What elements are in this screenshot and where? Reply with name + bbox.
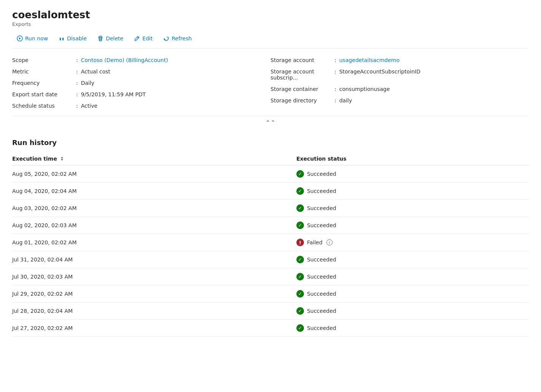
detail-colon: : [73, 68, 81, 75]
execution-status-cell: !Failedi [296, 234, 529, 251]
refresh-icon [163, 35, 169, 41]
execution-time-cell: Aug 03, 2020, 02:02 AM [12, 200, 296, 217]
disable-button[interactable]: Disable [54, 33, 91, 44]
status-success-icon: ✓ [296, 256, 304, 263]
detail-value: Active [81, 102, 270, 110]
status-success-icon: ✓ [296, 204, 304, 212]
svg-rect-3 [62, 38, 64, 40]
status-text: Succeeded [307, 171, 336, 177]
run-now-button[interactable]: Run now [12, 33, 53, 44]
run-history-table: Execution time Execution status Aug 05, … [12, 153, 529, 337]
refresh-label: Refresh [172, 35, 192, 41]
execution-time-cell: Aug 01, 2020, 02:02 AM [12, 234, 296, 251]
detail-label: Storage account [270, 56, 331, 64]
execution-time-cell: Jul 28, 2020, 02:04 AM [12, 303, 296, 320]
toolbar: Run now Disable Delete [12, 33, 529, 49]
detail-value: consumptionusage [339, 85, 529, 93]
execution-status-cell: ✓Succeeded [296, 183, 529, 200]
status-text: Succeeded [307, 274, 336, 280]
status-success-icon: ✓ [296, 273, 304, 280]
status-text: Succeeded [307, 257, 336, 263]
detail-colon: : [331, 85, 339, 93]
table-row: Jul 27, 2020, 02:02 AM✓Succeeded [12, 320, 529, 337]
sort-icon [59, 156, 65, 161]
execution-time-cell: Jul 29, 2020, 02:02 AM [12, 285, 296, 303]
refresh-button[interactable]: Refresh [159, 33, 196, 44]
delete-label: Delete [106, 35, 123, 41]
details-section: Scope:Contoso (Demo) (BillingAccount)Met… [12, 56, 529, 110]
status-success-icon: ✓ [296, 170, 304, 178]
run-history-section: Run history Execution time [12, 139, 529, 337]
status-success-icon: ✓ [296, 187, 304, 195]
delete-icon [97, 35, 103, 41]
status-failed-icon: ! [296, 239, 304, 246]
details-right: Storage account:usagedetailsacmdemoStora… [270, 56, 529, 110]
detail-label: Metric [12, 68, 73, 75]
execution-status-cell: ✓Succeeded [296, 251, 529, 268]
col-execution-time[interactable]: Execution time [12, 153, 296, 165]
run-history-title: Run history [12, 139, 529, 147]
table-row: Aug 01, 2020, 02:02 AM!Failedi [12, 234, 529, 251]
edit-icon [134, 35, 140, 41]
execution-status-cell: ✓Succeeded [296, 285, 529, 303]
status-text: Succeeded [307, 205, 336, 211]
status-text: Failed [307, 239, 323, 245]
run-now-label: Run now [25, 35, 48, 41]
execution-time-cell: Aug 04, 2020, 02:04 AM [12, 183, 296, 200]
execution-time-cell: Aug 05, 2020, 02:02 AM [12, 165, 296, 183]
detail-label: Storage container [270, 85, 331, 93]
svg-rect-6 [100, 38, 101, 40]
detail-label: Export start date [12, 91, 73, 98]
page-title: coeslalomtest [12, 9, 529, 21]
breadcrumb: Exports [12, 21, 529, 27]
details-left: Scope:Contoso (Demo) (BillingAccount)Met… [12, 56, 270, 110]
execution-time-cell: Jul 30, 2020, 02:03 AM [12, 268, 296, 285]
detail-label: Scope [12, 56, 73, 64]
detail-colon: : [331, 56, 339, 64]
detail-colon: : [331, 68, 339, 81]
execution-status-cell: ✓Succeeded [296, 217, 529, 234]
collapse-icon: ⌃⌃ [266, 119, 276, 126]
execution-status-cell: ✓Succeeded [296, 320, 529, 337]
run-now-icon [17, 35, 23, 41]
table-row: Aug 02, 2020, 02:03 AM✓Succeeded [12, 217, 529, 234]
detail-value[interactable]: usagedetailsacmdemo [339, 56, 529, 64]
detail-colon: : [73, 79, 81, 87]
table-row: Jul 31, 2020, 02:04 AM✓Succeeded [12, 251, 529, 268]
svg-rect-2 [60, 38, 61, 40]
table-row: Aug 03, 2020, 02:02 AM✓Succeeded [12, 200, 529, 217]
table-row: Jul 29, 2020, 02:02 AM✓Succeeded [12, 285, 529, 303]
execution-status-cell: ✓Succeeded [296, 165, 529, 183]
col-execution-status: Execution status [296, 153, 529, 165]
collapse-bar[interactable]: ⌃⌃ [12, 116, 529, 129]
detail-value: Daily [81, 79, 270, 87]
detail-colon: : [331, 97, 339, 104]
status-text: Succeeded [307, 188, 336, 194]
detail-colon: : [73, 91, 81, 98]
detail-label: Schedule status [12, 102, 73, 110]
table-row: Jul 30, 2020, 02:03 AM✓Succeeded [12, 268, 529, 285]
delete-button[interactable]: Delete [93, 33, 128, 44]
detail-label: Storage directory [270, 97, 331, 104]
status-text: Succeeded [307, 291, 336, 297]
detail-colon: : [73, 102, 81, 110]
detail-value: Actual cost [81, 68, 270, 75]
status-success-icon: ✓ [296, 324, 304, 332]
info-icon[interactable]: i [326, 239, 333, 245]
edit-button[interactable]: Edit [129, 33, 157, 44]
detail-value[interactable]: Contoso (Demo) (BillingAccount) [81, 56, 270, 64]
detail-colon: : [73, 56, 81, 64]
edit-label: Edit [142, 35, 153, 41]
disable-label: Disable [67, 35, 87, 41]
svg-rect-4 [98, 37, 103, 38]
detail-label: Storage account subscrip... [270, 68, 331, 81]
detail-value: StorageAccountSubscriptoinID [339, 68, 529, 81]
svg-marker-1 [19, 37, 21, 40]
status-success-icon: ✓ [296, 290, 304, 298]
execution-status-cell: ✓Succeeded [296, 200, 529, 217]
table-row: Aug 04, 2020, 02:04 AM✓Succeeded [12, 183, 529, 200]
status-text: Succeeded [307, 325, 336, 331]
execution-time-cell: Jul 27, 2020, 02:02 AM [12, 320, 296, 337]
execution-time-cell: Aug 02, 2020, 02:03 AM [12, 217, 296, 234]
table-row: Jul 28, 2020, 02:04 AM✓Succeeded [12, 303, 529, 320]
